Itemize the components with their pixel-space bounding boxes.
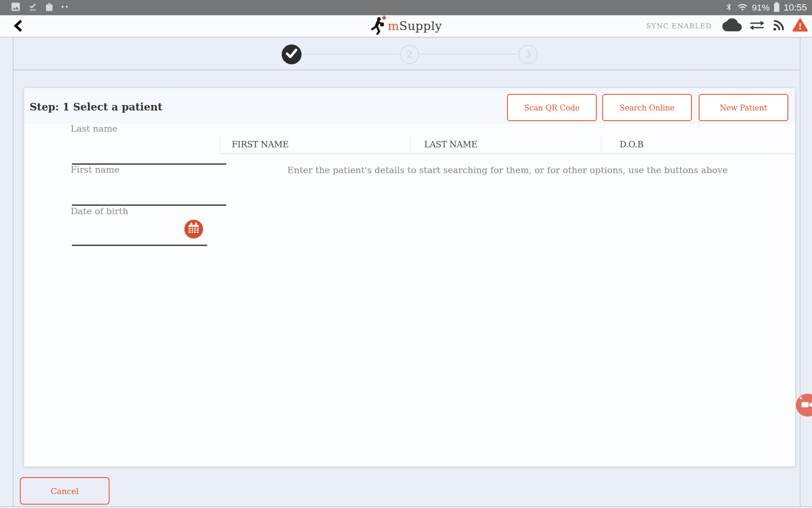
video-camera-icon	[800, 399, 812, 411]
new-patient-button[interactable]: New Patient	[699, 94, 788, 121]
screen-record-float-button[interactable]	[796, 394, 812, 417]
column-separator	[220, 135, 220, 154]
rss-icon[interactable]	[772, 19, 785, 33]
stepper-bottom-border	[14, 69, 800, 70]
column-separator	[601, 135, 601, 154]
first-name-field: First name	[71, 165, 226, 206]
empty-results-message: Enter the patient's details to start sea…	[220, 165, 795, 175]
download-done-icon	[27, 2, 38, 14]
back-chevron-icon	[13, 19, 23, 35]
last-name-field: Last name	[71, 124, 226, 165]
running-person-logo-icon	[370, 16, 386, 37]
bluetooth-icon	[725, 2, 733, 14]
status-bar: 91% 10:55	[0, 0, 812, 15]
bag-icon	[44, 2, 54, 14]
back-button[interactable]	[9, 18, 27, 36]
page-title: Step: 1 Select a patient	[30, 101, 162, 113]
step-connector-2-3	[420, 54, 517, 55]
search-online-button[interactable]: Search Online	[602, 94, 692, 121]
col-last-name: LAST NAME	[424, 139, 477, 149]
logo-text: mSupply	[388, 19, 442, 33]
warning-icon[interactable]	[793, 18, 808, 34]
app-header: mSupply SYNC ENABLED	[0, 15, 812, 38]
system-indicators: 91% 10:55	[725, 2, 807, 14]
sync-arrows-icon[interactable]	[749, 20, 765, 33]
msupply-logo: mSupply	[370, 15, 442, 37]
results-table-header: FIRST NAME LAST NAME D.O.B	[220, 135, 795, 154]
step-1-complete[interactable]	[282, 44, 302, 64]
calendar-icon	[184, 219, 203, 239]
notification-icons	[10, 1, 70, 14]
first-name-input[interactable]	[72, 189, 226, 206]
frame-left-border	[13, 38, 14, 506]
logo-text-rest: Supply	[399, 19, 442, 33]
clock: 10:55	[784, 2, 807, 13]
sync-area: SYNC ENABLED	[646, 15, 808, 37]
first-name-label: First name	[71, 165, 226, 175]
last-name-label: Last name	[71, 124, 226, 134]
image-icon	[10, 1, 21, 14]
col-dob: D.O.B	[620, 139, 643, 149]
step-connector-1-2	[302, 54, 399, 55]
step-2-number: 2	[407, 49, 413, 60]
select-patient-card: Step: 1 Select a patient Scan QR Code Se…	[24, 88, 795, 467]
step-2: 2	[400, 45, 419, 64]
col-first-name: FIRST NAME	[232, 139, 288, 149]
check-icon	[282, 44, 302, 65]
screen: 91% 10:55	[0, 0, 812, 508]
last-name-input[interactable]	[72, 148, 226, 165]
date-of-birth-label: Date of birth	[71, 206, 226, 216]
wifi-icon	[737, 2, 748, 13]
battery-percent: 91%	[752, 3, 770, 13]
frame-right-border	[800, 38, 801, 506]
record-dot	[800, 397, 802, 399]
step-3-number: 3	[525, 49, 531, 60]
cloud-icon[interactable]	[722, 18, 742, 34]
scan-qr-code-button[interactable]: Scan QR Code	[507, 94, 597, 121]
battery-icon	[774, 2, 780, 14]
sync-status-label: SYNC ENABLED	[646, 22, 712, 30]
cancel-button[interactable]: Cancel	[20, 477, 110, 505]
column-separator	[410, 135, 411, 154]
step-3: 3	[518, 45, 538, 64]
bottom-strip	[0, 506, 812, 508]
calendar-button[interactable]	[184, 220, 203, 238]
more-notifications-dots-icon	[60, 2, 70, 14]
logo-text-m: m	[388, 19, 399, 33]
